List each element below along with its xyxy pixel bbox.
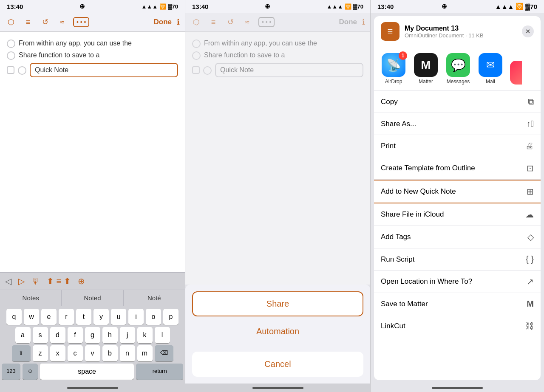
checkbox-1[interactable] bbox=[7, 66, 14, 74]
status-bar-3: 13:40 ⊕ ▲▲▲ 🛜 ▓70 bbox=[371, 0, 544, 13]
radio-2[interactable] bbox=[7, 51, 15, 60]
key-e[interactable]: e bbox=[41, 309, 57, 325]
key-123[interactable]: 123 bbox=[2, 364, 20, 380]
autocomplete-notes[interactable]: Notes bbox=[0, 290, 62, 306]
info-button[interactable]: ℹ bbox=[177, 17, 180, 27]
menu-add-tags[interactable]: Add Tags ◇ bbox=[374, 226, 541, 248]
menu-open-location[interactable]: Open Location in Where To? ↗ bbox=[374, 271, 541, 293]
automation-button[interactable]: Automation bbox=[192, 321, 363, 341]
key-c[interactable]: c bbox=[68, 345, 83, 361]
back-icon[interactable]: ⬡ bbox=[5, 16, 17, 28]
key-emoji[interactable]: ☺ bbox=[23, 364, 38, 380]
menu-linkcut[interactable]: LinkCut ⛓ bbox=[374, 315, 541, 337]
history-icon[interactable]: ↺ bbox=[39, 16, 51, 28]
more-button[interactable]: • • • bbox=[73, 17, 89, 27]
key-space[interactable]: space bbox=[40, 364, 134, 380]
menu-create-template[interactable]: Create Template from Outline ⊡ bbox=[374, 157, 541, 180]
radio-3[interactable] bbox=[18, 66, 26, 75]
app-messages[interactable]: 💬 Messages bbox=[445, 53, 471, 85]
key-w[interactable]: w bbox=[24, 309, 39, 325]
autocomplete-bar: Notes Noted Noté bbox=[0, 290, 185, 306]
autocomplete-noted[interactable]: Noted bbox=[62, 290, 123, 306]
mail-label: Mail bbox=[486, 79, 495, 85]
share-button[interactable]: Share bbox=[192, 291, 363, 316]
close-button[interactable]: ✕ bbox=[522, 25, 534, 37]
key-shift[interactable]: ⇧ bbox=[12, 345, 31, 361]
indent-icon[interactable]: ⬆ ≡ ⬆ bbox=[47, 276, 71, 286]
done-button[interactable]: Done bbox=[154, 18, 172, 26]
outline-text-1: From within any app, you can use the bbox=[19, 39, 132, 48]
key-s[interactable]: s bbox=[33, 327, 48, 343]
status-icons-2: ▲▲▲ 🛜 ▓70 bbox=[326, 3, 363, 10]
home-indicator-3 bbox=[432, 387, 483, 389]
app-matter[interactable]: M Matter bbox=[413, 53, 439, 85]
outline-text-4: Share function to save to a bbox=[204, 51, 285, 60]
autocomplete-note-accent[interactable]: Noté bbox=[124, 290, 185, 306]
menu-share-as[interactable]: Share As... ↑⃞ bbox=[374, 113, 541, 135]
key-j[interactable]: j bbox=[120, 327, 135, 343]
key-r[interactable]: r bbox=[59, 309, 74, 325]
app-row: 📡 1 AirDrop M Matter 💬 Messages ✉ Mail bbox=[374, 47, 541, 91]
key-m[interactable]: m bbox=[137, 345, 153, 361]
menu-run-script[interactable]: Run Script { } bbox=[374, 248, 541, 271]
key-p[interactable]: p bbox=[163, 309, 178, 325]
key-u[interactable]: u bbox=[111, 309, 126, 325]
key-q[interactable]: q bbox=[6, 309, 22, 325]
format-icon-2: ≈ bbox=[241, 16, 253, 28]
battery-icon: ▓70 bbox=[168, 3, 178, 10]
key-b[interactable]: b bbox=[102, 345, 118, 361]
doc-icon-symbol: ≡ bbox=[388, 26, 393, 37]
key-i[interactable]: i bbox=[128, 309, 144, 325]
radio-4 bbox=[192, 39, 201, 48]
home-indicator-2 bbox=[252, 387, 303, 389]
messages-icon: 💬 bbox=[446, 53, 470, 77]
next-icon[interactable]: ▷ bbox=[18, 276, 25, 286]
menu-share-icloud[interactable]: Share File in iCloud ☁ bbox=[374, 203, 541, 226]
share-buttons: Share Automation bbox=[185, 285, 370, 348]
key-row-2: a s d f g h j k l bbox=[2, 327, 183, 343]
key-l[interactable]: l bbox=[155, 327, 170, 343]
quick-note-input-2: Quick Note bbox=[215, 63, 363, 77]
sidebar-icon-2: ≡ bbox=[207, 16, 219, 28]
menu-add-quick-note[interactable]: Add to New Quick Note ⊞ bbox=[374, 180, 541, 203]
add-icon[interactable]: ⊕ bbox=[78, 276, 85, 286]
sidebar-icon[interactable]: ≡ bbox=[22, 16, 34, 28]
key-n[interactable]: n bbox=[120, 345, 135, 361]
wifi-icon-3: 🛜 bbox=[516, 3, 524, 10]
key-f[interactable]: f bbox=[68, 327, 83, 343]
cancel-button[interactable]: Cancel bbox=[192, 352, 363, 377]
app-mail[interactable]: ✉ Mail bbox=[478, 53, 503, 85]
quick-note-input-1[interactable]: Quick Note bbox=[30, 63, 178, 77]
time-2: 13:40 bbox=[192, 3, 208, 10]
key-x[interactable]: x bbox=[50, 345, 65, 361]
key-v[interactable]: v bbox=[85, 345, 100, 361]
key-d[interactable]: d bbox=[50, 327, 65, 343]
mic-kb-icon[interactable]: 🎙 bbox=[31, 276, 40, 286]
status-bar-1: 13:40 ⊕ ▲▲▲ 🛜 ▓70 bbox=[0, 0, 185, 13]
key-h[interactable]: h bbox=[102, 327, 118, 343]
key-o[interactable]: o bbox=[146, 309, 161, 325]
key-t[interactable]: t bbox=[76, 309, 91, 325]
format-icon[interactable]: ≈ bbox=[56, 16, 68, 28]
battery-icon-2: ▓70 bbox=[353, 3, 363, 10]
key-return[interactable]: return bbox=[136, 364, 183, 380]
menu-save-matter[interactable]: Save to Matter M bbox=[374, 293, 541, 315]
outline-row-1: From within any app, you can use the bbox=[7, 39, 178, 48]
airdrop-icon: 📡 1 bbox=[382, 53, 405, 77]
key-a[interactable]: a bbox=[15, 327, 31, 343]
key-g[interactable]: g bbox=[85, 327, 100, 343]
radio-1[interactable] bbox=[7, 39, 15, 48]
app-airdrop[interactable]: 📡 1 AirDrop bbox=[381, 53, 406, 85]
key-z[interactable]: z bbox=[33, 345, 48, 361]
menu-print[interactable]: Print 🖨 bbox=[374, 135, 541, 157]
prev-icon[interactable]: ◁ bbox=[5, 276, 11, 286]
time-1: 13:40 bbox=[7, 3, 23, 10]
menu-copy[interactable]: Copy ⧉ bbox=[374, 91, 541, 113]
home-bar-1 bbox=[0, 384, 185, 392]
key-row-3: ⇧ z x c v b n m ⌫ bbox=[2, 345, 183, 361]
status-icons-1: ▲▲▲ 🛜 ▓70 bbox=[141, 3, 178, 10]
key-k[interactable]: k bbox=[137, 327, 153, 343]
key-y[interactable]: y bbox=[94, 309, 109, 325]
input-row-2: Quick Note bbox=[192, 63, 363, 77]
key-backspace[interactable]: ⌫ bbox=[155, 345, 173, 361]
